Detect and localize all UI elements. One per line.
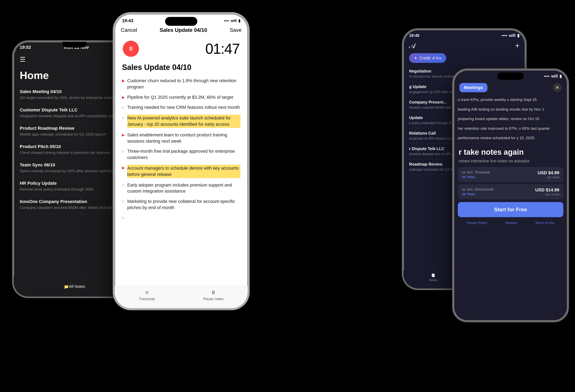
hero-title: r take notes again [459, 148, 563, 156]
pricing-cards: ss: Incl. 7hrs/week EE TRIAL USD $4.99 p… [454, 167, 567, 199]
meetings-badge: Meetings [459, 83, 487, 92]
bullet-item-4-highlight: ▷ New AI-powered analytics suite launch … [122, 113, 240, 130]
status-bar-right-back: 19:45 ▪▪▪▪ wifi ▮ [404, 30, 525, 40]
app-logo: 𝒜 [409, 42, 415, 50]
bullet-icon-red: ▶ [122, 78, 125, 83]
add-button[interactable]: + [515, 42, 519, 50]
meeting-note: her retention rate improved to 87%, n 82… [458, 124, 563, 134]
bullet-list: ▶ Customer churn reduced to 1.8% through… [115, 76, 248, 222]
battery-icon: ▮ [517, 33, 519, 38]
terms-of-use-link[interactable]: Terms of Use [535, 221, 554, 225]
phone-far-right: ▪▪▪▪ wifi ▮ Meetings ✕ o track KPIs, pro… [452, 69, 569, 322]
bullet-icon-gray: ▷ [122, 199, 125, 204]
bullet-text: Early adopter program includes premium s… [127, 182, 240, 195]
tab-bar-center: ≡ Transcript ⏸ Pause notes [115, 286, 248, 308]
credit-label: Credit: 4 hrs [419, 56, 441, 60]
notes-icon: 📄 [431, 273, 435, 277]
bullet-item-1: ▶ Customer churn reduced to 1.8% through… [122, 76, 240, 92]
save-button[interactable]: Save [230, 27, 241, 33]
bullet-text-highlight: Account managers to schedule demos with … [127, 165, 240, 178]
price-amount: USD $4.99 [538, 170, 559, 175]
close-button[interactable]: ✕ [553, 83, 562, 92]
nav-bar-center: Cancel Sales Update 04/10 Save [115, 25, 248, 36]
cancel-button[interactable]: Cancel [121, 27, 137, 33]
restore-link[interactable]: Restore [505, 221, 517, 225]
transcript-icon: ≡ [145, 290, 148, 296]
all-notes-label: All Notes [69, 284, 85, 289]
meetings-notes-list: o track KPIs, provide weekly s starting … [454, 95, 567, 143]
nli-title: Negotiation [409, 69, 431, 74]
wifi-icon: wifi [509, 33, 516, 38]
meeting-note: leading A/B testing on landing results d… [458, 105, 563, 114]
bullet-text: Three-month free trial package approved … [127, 148, 240, 161]
bullet-item-7-highlight: ▶ Account managers to schedule demos wit… [122, 163, 240, 180]
recording-area: ⏸ 01:47 [115, 36, 248, 61]
meeting-note: performance review scheduled for y 15, 2… [458, 133, 563, 143]
plan-trial: EE TRIAL [462, 192, 493, 196]
price-amount: USD $14.99 [535, 187, 559, 193]
bullet-icon-red: ▶ [122, 133, 125, 138]
bullet-icon-gray: ▷ [122, 216, 125, 220]
nav-title-center: Sales Update 04/10 [160, 27, 207, 33]
folder-icon: 📁 [64, 284, 69, 289]
tab-pause-notes[interactable]: ⏸ Pause notes [203, 290, 223, 301]
bullet-text: Customer churn reduced to 1.8% through n… [127, 78, 240, 90]
bullet-item-3: ▷ Training needed for new CRM features r… [122, 102, 240, 113]
status-time-right-back: 19:45 [409, 33, 419, 38]
hero-section: r take notes again nstant interactive li… [454, 143, 567, 167]
bullet-icon-gray: ▷ [122, 183, 125, 188]
nli-title: g Update [409, 84, 426, 89]
pause-record-button[interactable]: ⏸ [123, 41, 139, 57]
bullet-item-6: ▷ Three-month free trial package approve… [122, 146, 240, 163]
footer-links: Privacy Policy Restore Terms of Use [454, 219, 567, 227]
tab-notes-label: Notes [429, 278, 437, 282]
pricing-card-monthly[interactable]: ss: Incl. 25hrs/month EE TRIAL USD $14.9… [458, 184, 563, 199]
bullet-text: Marketing to provide new collateral for … [127, 198, 240, 211]
bullet-text: Sales enablement team to conduct product… [127, 132, 240, 145]
meeting-note: o track KPIs, provide weekly s starting … [458, 95, 563, 105]
bullet-text: Pipeline for Q1 2025 currently at $3.2M,… [127, 94, 233, 100]
pause-notes-icon: ⏸ [211, 290, 216, 296]
privacy-policy-link[interactable]: Privacy Policy [467, 221, 487, 225]
phone-center: 19:43 ▪▪▪▪ wifi ▮ Cancel Sales Update 04… [113, 12, 250, 310]
notch-left [62, 42, 87, 48]
signal-icon: ▪▪▪▪ [502, 33, 507, 38]
price-period: per week [538, 175, 559, 179]
status-time-left: 19:52 [20, 45, 31, 50]
status-icons-center: ▪▪▪▪ wifi ▮ [224, 19, 240, 23]
bullet-item-8: ▷ Early adopter program includes premium… [122, 180, 240, 196]
nli-title: Update [409, 115, 423, 120]
nli-title: Relations Call [409, 131, 436, 136]
credit-pill: ✦ Credit: 4 hrs [409, 53, 446, 63]
plan-label: ss: Incl. 25hrs/month [462, 188, 493, 192]
nli-title: Company Present... [409, 100, 447, 104]
meeting-note: preparing board update slides, review on… [458, 114, 563, 124]
bullet-item-9: ▷ Marketing to provide new collateral fo… [122, 196, 240, 213]
nli-title: Roadmap Review [409, 162, 443, 167]
tab-pause-label: Pause notes [203, 297, 223, 301]
record-timer: 01:47 [205, 41, 240, 57]
tab-notes-right[interactable]: 📄 Notes [429, 273, 437, 282]
nli-title: r Dispute Teik LLC [409, 147, 444, 151]
bullet-icon-gray: ▷ [122, 115, 125, 120]
bullet-text: Training needed for new CRM features rol… [127, 104, 240, 111]
battery-icon: ▮ [559, 74, 562, 78]
status-icons-far-right: ▪▪▪▪ wifi ▮ [544, 74, 562, 78]
status-time-center: 19:43 [122, 18, 133, 23]
plan-trial: EE TRIAL [462, 175, 490, 179]
tab-transcript[interactable]: ≡ Transcript [139, 290, 155, 301]
bullet-text-highlight: New AI-powered analytics suite launch sc… [127, 115, 240, 128]
bullet-item-5: ▶ Sales enablement team to conduct produ… [122, 130, 240, 147]
start-free-button[interactable]: Start for Free [458, 202, 563, 217]
meetings-header: Meetings ✕ [454, 80, 567, 95]
plan-label: ss: Incl. 7hrs/week [462, 171, 490, 174]
tab-transcript-label: Transcript [139, 297, 155, 301]
status-icons-right-back: ▪▪▪▪ wifi ▮ [502, 33, 519, 38]
wifi-icon: wifi [551, 74, 558, 78]
bullet-icon-gray: ▷ [122, 105, 125, 110]
document-title: Sales Update 04/10 [115, 61, 248, 76]
wifi-icon: wifi [231, 19, 237, 23]
battery-icon: ▮ [238, 19, 240, 23]
pricing-card-weekly[interactable]: ss: Incl. 7hrs/week EE TRIAL USD $4.99 p… [458, 167, 563, 182]
dynamic-island-center [165, 17, 197, 26]
